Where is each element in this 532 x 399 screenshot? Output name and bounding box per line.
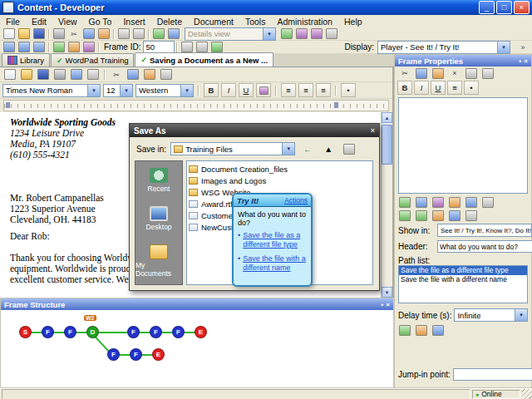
script-dropdown[interactable]: Western ▾ bbox=[135, 84, 194, 97]
back-button[interactable]: ← bbox=[299, 141, 316, 156]
insert-image-button[interactable] bbox=[397, 196, 412, 208]
zoom-in-button[interactable] bbox=[180, 42, 195, 53]
delay-time-dropdown[interactable]: Infinite ▾ bbox=[454, 308, 528, 322]
align-left-button[interactable]: ≡ bbox=[281, 83, 296, 97]
fp-undo-button[interactable] bbox=[464, 67, 479, 79]
cut-button[interactable]: ✂ bbox=[66, 28, 81, 40]
bubble-pointer-button[interactable] bbox=[414, 209, 429, 221]
path-list-item[interactable]: Save the file as a different file type bbox=[399, 266, 527, 275]
tab-library[interactable]: Library bbox=[2, 53, 50, 66]
wp-cut-button[interactable]: ✂ bbox=[109, 69, 124, 81]
wp-open-button[interactable] bbox=[19, 69, 34, 81]
path-list-item[interactable]: Save the file with a different name bbox=[399, 275, 527, 284]
wp-paste-button[interactable] bbox=[142, 69, 157, 81]
margin-marker[interactable] bbox=[334, 102, 338, 108]
resize-grip[interactable] bbox=[522, 389, 532, 399]
menu-delete[interactable]: Delete bbox=[151, 17, 188, 27]
frame-node-decision[interactable]: D bbox=[86, 326, 99, 338]
menu-help[interactable]: Help bbox=[338, 17, 368, 27]
font-size-dropdown[interactable]: 12 ▾ bbox=[103, 84, 133, 97]
wp-save-button[interactable] bbox=[36, 69, 51, 81]
wp-new-button[interactable] bbox=[2, 69, 17, 81]
menu-insert[interactable]: Insert bbox=[117, 17, 150, 27]
frame-id-input[interactable] bbox=[143, 41, 175, 53]
wp-copy-button[interactable] bbox=[126, 69, 140, 81]
fp-underline-button[interactable]: U bbox=[431, 81, 446, 95]
indent-marker[interactable] bbox=[6, 102, 10, 108]
up-one-level-button[interactable]: ▲ bbox=[320, 141, 337, 156]
check-in-button[interactable] bbox=[294, 28, 309, 40]
wp-undo-button[interactable] bbox=[159, 69, 174, 81]
close-button[interactable]: × bbox=[514, 1, 530, 14]
fp-redo-button[interactable] bbox=[480, 67, 495, 79]
frame-node-start[interactable]: S bbox=[19, 326, 32, 338]
fp-bold-button[interactable]: B bbox=[397, 81, 412, 95]
pin-icon[interactable]: ▪ bbox=[519, 57, 521, 65]
open-button[interactable] bbox=[17, 28, 32, 40]
scroll-down-icon[interactable]: ▼ bbox=[382, 287, 392, 298]
save-button[interactable] bbox=[32, 28, 47, 40]
highlight-button[interactable] bbox=[431, 209, 446, 221]
new-document-button[interactable] bbox=[2, 28, 17, 40]
menu-tools[interactable]: Tools bbox=[239, 17, 272, 27]
insert-link-button[interactable] bbox=[464, 196, 479, 208]
frame-text-editor[interactable] bbox=[398, 97, 528, 194]
option-link-file-name[interactable]: Save the file with a different name bbox=[243, 254, 307, 273]
wp-find-button[interactable] bbox=[86, 69, 101, 81]
place-my-documents[interactable]: My Documents bbox=[135, 244, 182, 278]
tab-wordpad-training[interactable]: ✓ WordPad Training bbox=[51, 53, 134, 66]
header-input[interactable] bbox=[437, 240, 532, 253]
zoom-out-button[interactable] bbox=[195, 42, 209, 53]
frame-node-end[interactable]: E bbox=[195, 326, 207, 338]
add-path-button[interactable] bbox=[397, 324, 412, 336]
menu-file[interactable]: File bbox=[0, 17, 26, 27]
preview-button[interactable] bbox=[166, 28, 181, 40]
fp-delete-button[interactable]: × bbox=[447, 67, 462, 79]
bullets-button[interactable]: • bbox=[341, 83, 356, 97]
font-color-button[interactable] bbox=[256, 83, 271, 97]
bubble-style-button[interactable] bbox=[480, 196, 495, 208]
bubble-shape-button[interactable] bbox=[397, 209, 412, 221]
menu-document[interactable]: Document bbox=[188, 17, 239, 27]
scrollbar-thumb[interactable] bbox=[382, 125, 392, 165]
copy-button[interactable] bbox=[81, 28, 96, 40]
prev-frame-button[interactable] bbox=[17, 42, 32, 53]
next-frame-button[interactable] bbox=[32, 42, 47, 53]
undo-button[interactable] bbox=[116, 28, 131, 40]
insert-video-button[interactable] bbox=[431, 196, 446, 208]
frame-node[interactable]: F bbox=[64, 326, 76, 338]
insert-sound-button[interactable] bbox=[414, 196, 429, 208]
delete-frame-button[interactable] bbox=[66, 42, 81, 53]
first-frame-button[interactable] bbox=[2, 42, 17, 53]
print-button[interactable] bbox=[52, 28, 66, 40]
frame-node[interactable]: F bbox=[172, 326, 185, 338]
paste-button[interactable] bbox=[96, 28, 111, 40]
details-view-dropdown[interactable]: Details view ▾ bbox=[185, 27, 276, 41]
menu-view[interactable]: View bbox=[52, 17, 83, 27]
frame-node[interactable]: F bbox=[107, 348, 120, 361]
fp-copy-button[interactable] bbox=[414, 67, 429, 79]
frame-node[interactable]: F bbox=[130, 348, 142, 361]
wp-print-button[interactable] bbox=[52, 69, 67, 81]
bold-button[interactable]: B bbox=[204, 83, 219, 97]
align-center-button[interactable]: ≡ bbox=[298, 83, 313, 97]
panel-close-icon[interactable]: × bbox=[386, 301, 390, 308]
file-list-item[interactable]: Document Creation_files bbox=[189, 163, 371, 175]
place-desktop[interactable]: Desktop bbox=[145, 206, 171, 231]
file-list-item[interactable]: Images and Logos bbox=[189, 175, 371, 186]
frame-node[interactable]: F bbox=[127, 326, 140, 338]
jump-in-input[interactable] bbox=[453, 368, 532, 381]
place-recent[interactable]: Recent bbox=[148, 168, 170, 193]
pin-icon[interactable]: ▪ bbox=[381, 301, 383, 308]
reorder-path-button[interactable] bbox=[431, 324, 446, 336]
menu-edit[interactable]: Edit bbox=[26, 17, 52, 27]
fp-bullets-button[interactable]: • bbox=[464, 81, 479, 95]
frame-node[interactable]: F bbox=[150, 326, 162, 338]
fp-paste-button[interactable] bbox=[431, 67, 446, 79]
frame-node-end[interactable]: E bbox=[152, 348, 165, 361]
tab-saving-a-document[interactable]: ✓ Saving a Document as a New ... bbox=[135, 52, 273, 66]
display-dropdown[interactable]: Player - See It! / Try It! ▾ bbox=[377, 41, 510, 54]
fp-italic-button[interactable]: I bbox=[414, 81, 429, 95]
font-name-dropdown[interactable]: Times New Roman ▾ bbox=[2, 84, 101, 97]
toolbar-overflow-button[interactable]: » bbox=[515, 42, 530, 53]
